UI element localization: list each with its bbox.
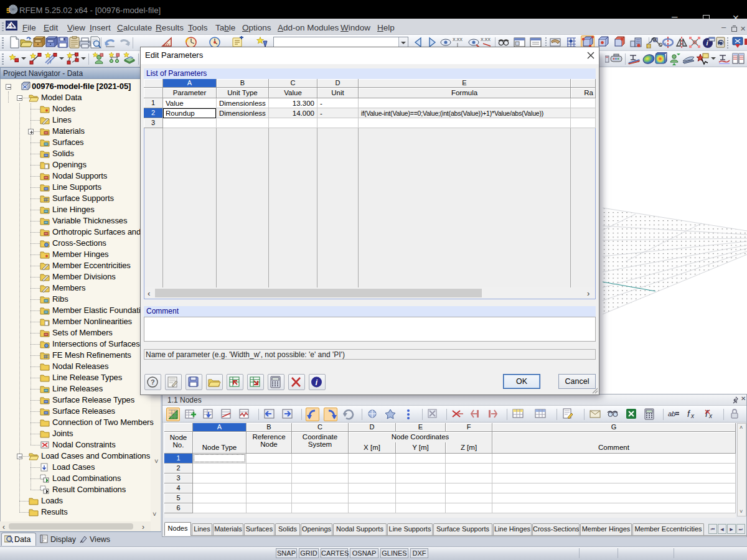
svg-text:x: x	[690, 413, 695, 419]
svg-text:5: 5	[6, 7, 10, 14]
svg-text:X.XX: X.XX	[481, 37, 491, 42]
svg-text:ab: ab	[668, 410, 675, 418]
svg-text:i: i	[316, 378, 318, 387]
svg-text:?: ?	[151, 378, 155, 386]
svg-text:4: 4	[8, 22, 12, 30]
svg-text:X.XX: X.XX	[453, 37, 463, 42]
